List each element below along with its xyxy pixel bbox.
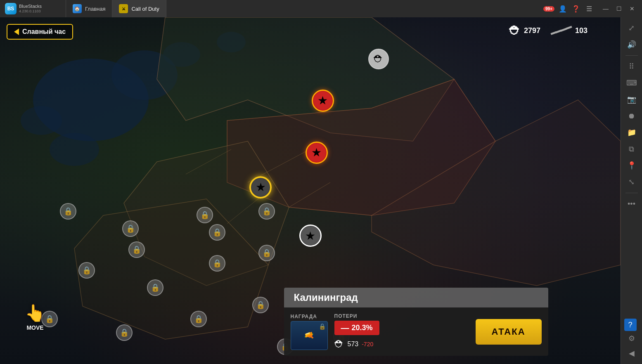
- move-button[interactable]: 👆 MOVE: [25, 303, 45, 331]
- lock-marker[interactable]: 🔒: [78, 262, 95, 279]
- reward-box: 🔫 🔒: [291, 321, 328, 350]
- lock-icon: 🔒: [60, 203, 76, 220]
- folder-icon[interactable]: 📁: [624, 125, 639, 140]
- lock-marker[interactable]: 🔒: [209, 224, 225, 241]
- bluestacks-icon: BS: [5, 3, 17, 14]
- expand-icon[interactable]: ⤢: [624, 21, 639, 35]
- lock-marker[interactable]: 🔒: [116, 324, 133, 341]
- lock-marker[interactable]: 🔒: [147, 279, 163, 296]
- lock-marker[interactable]: 🔒: [258, 245, 275, 261]
- help-icon[interactable]: ❓: [571, 4, 581, 14]
- reward-section: НАГРАДА 🔫 🔒: [291, 314, 328, 350]
- sound-icon[interactable]: 🔊: [624, 37, 639, 52]
- lock-icon: 🔒: [209, 255, 225, 272]
- question-icon[interactable]: ?: [624, 319, 637, 331]
- location-icon[interactable]: 📍: [624, 158, 639, 173]
- red-star-marker-1[interactable]: ★: [312, 90, 334, 112]
- lock-icon: 🔒: [197, 207, 213, 223]
- red-star-icon: ★: [306, 142, 328, 164]
- hand-icon: 👆: [25, 303, 45, 323]
- lock-icon: 🔒: [190, 311, 207, 327]
- more-icon[interactable]: •••: [624, 196, 639, 211]
- yellow-star-marker[interactable]: ★: [249, 176, 272, 199]
- game-area[interactable]: 🔒 🔒 🔒 🔒 🔒 🔒 🔒 🔒 🔒 🔒 🔒 🔒 🔒 🔒 🔒: [0, 17, 621, 364]
- sidebar-divider-2: [625, 193, 638, 193]
- svg-point-2: [50, 133, 99, 166]
- window-controls: — ☐ ✕: [599, 2, 639, 15]
- lock-marker[interactable]: 🔒: [209, 255, 225, 272]
- tabs-area: 🏠 Главная ⚔ Call of Duty: [66, 0, 540, 17]
- tab-home[interactable]: 🏠 Главная: [66, 0, 112, 17]
- bluestacks-text: BlueStacks 4.230.0.1103: [19, 4, 42, 14]
- loss-percent-badge: — 20.3%: [334, 321, 379, 335]
- guns-resource: ━━━━ 103: [550, 24, 588, 38]
- keyboard-icon[interactable]: ⌨: [624, 76, 639, 90]
- layers-icon[interactable]: ⧉: [624, 142, 639, 156]
- notification-badge: 99+: [543, 6, 554, 12]
- lock-icon: 🔒: [258, 245, 275, 261]
- topbar: BS BlueStacks 4.230.0.1103 🏠 Главная ⚔ C…: [0, 0, 642, 17]
- lock-marker[interactable]: 🔒: [258, 203, 275, 220]
- lock-icon: 🔒: [128, 241, 145, 258]
- hamburger-icon[interactable]: ☰: [584, 4, 594, 14]
- reward-gun-icon: 🔫: [303, 329, 316, 342]
- lock-marker[interactable]: 🔒: [60, 203, 76, 220]
- lock-marker[interactable]: 🔒: [252, 297, 269, 313]
- lock-icon: 🔒: [122, 220, 139, 237]
- sidebar-bottom: ? ⚙ ◀: [624, 319, 639, 361]
- lock-marker[interactable]: 🔒: [128, 241, 145, 258]
- bluestacks-logo: BS BlueStacks 4.230.0.1103: [0, 0, 66, 17]
- sidebar-divider-1: [625, 55, 638, 56]
- losses-label: ПОТЕРИ: [334, 313, 358, 319]
- loss-troops: ⛑ 573 -720: [334, 338, 374, 350]
- white-star-icon: ★: [299, 225, 322, 247]
- lock-icon: 🔒: [116, 324, 133, 341]
- info-panel: Калининград НАГРАДА 🔫 🔒 ПОТЕРИ — 20.3%: [284, 288, 548, 356]
- attack-button[interactable]: АТАКА: [476, 319, 542, 345]
- topbar-right: 99+ 👤 ❓ ☰ — ☐ ✕: [540, 2, 642, 15]
- reward-lock-icon: 🔒: [319, 323, 326, 330]
- helmet-marker[interactable]: ⛑: [368, 49, 389, 69]
- lock-marker[interactable]: 🔒: [190, 311, 207, 327]
- troops-resource: ⛑ 2797: [509, 24, 540, 38]
- close-button[interactable]: ✕: [625, 2, 639, 15]
- lock-icon: 🔒: [252, 297, 269, 313]
- tab-cod[interactable]: ⚔ Call of Duty: [112, 0, 166, 17]
- svg-point-3: [21, 106, 62, 135]
- lock-icon: 🔒: [78, 262, 95, 279]
- red-star-marker-2[interactable]: ★: [306, 142, 328, 164]
- back-arrow-icon: [14, 28, 19, 35]
- losses-section: ПОТЕРИ — 20.3% ⛑ 573 -720: [334, 313, 466, 350]
- settings-icon[interactable]: ⚙: [624, 331, 639, 346]
- red-star-icon: ★: [312, 90, 334, 112]
- resources-hud: ⛑ 2797 ━━━━ 103: [509, 24, 588, 38]
- cod-tab-icon: ⚔: [119, 4, 128, 13]
- back-arrow-icon[interactable]: ◀: [624, 346, 639, 361]
- lock-icon: 🔒: [258, 203, 275, 220]
- lock-icon: 🔒: [147, 279, 163, 296]
- white-star-marker[interactable]: ★: [299, 225, 322, 247]
- grid-icon[interactable]: ⠿: [624, 59, 639, 74]
- maximize-button[interactable]: ☐: [612, 2, 625, 15]
- minimize-button[interactable]: —: [599, 2, 612, 15]
- city-name: Калининград: [284, 288, 548, 307]
- helmet-icon: ⛑: [368, 49, 389, 69]
- lock-marker[interactable]: 🔒: [122, 220, 139, 237]
- yellow-star-icon: ★: [249, 176, 272, 199]
- home-tab-icon: 🏠: [73, 4, 82, 13]
- user-icon[interactable]: 👤: [558, 4, 568, 14]
- video-icon[interactable]: ⏺: [624, 109, 639, 123]
- right-sidebar: ⤢ 🔊 ⠿ ⌨ 📷 ⏺ 📁 ⧉ 📍 ⤡ ••• ? ⚙ ◀: [621, 17, 642, 364]
- city-details: НАГРАДА 🔫 🔒 ПОТЕРИ — 20.3% ⛑ 573 -: [284, 307, 548, 356]
- reward-label: НАГРАДА: [291, 314, 317, 319]
- lock-icon: 🔒: [209, 224, 225, 241]
- resize-icon[interactable]: ⤡: [624, 175, 639, 189]
- screenshot-icon[interactable]: 📷: [624, 92, 639, 107]
- back-button[interactable]: Славный час: [7, 24, 73, 40]
- lock-marker[interactable]: 🔒: [197, 207, 213, 223]
- notification-area[interactable]: 99+: [543, 6, 554, 12]
